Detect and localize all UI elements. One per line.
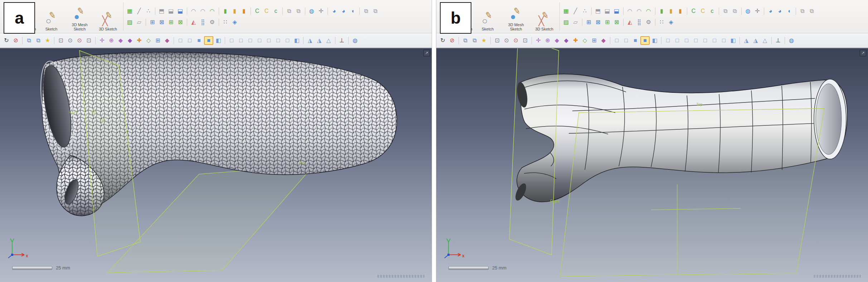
window-icon[interactable]: ⧉ <box>362 7 370 15</box>
pan-icon[interactable]: ✛ <box>98 36 106 45</box>
boolean-icon[interactable]: ⧉ <box>285 7 294 15</box>
display-mode7-icon[interactable]: □ <box>283 36 292 45</box>
add-body-blue-icon[interactable]: ⊞ <box>148 18 157 27</box>
display-mode4-icon[interactable]: □ <box>692 36 700 45</box>
dome-icon[interactable]: ◠ <box>635 7 644 15</box>
view-iso4-icon[interactable]: ◆ <box>599 36 608 45</box>
display-mode8-icon[interactable]: ◧ <box>729 36 737 45</box>
smooth-sphere-icon[interactable]: ◕ <box>766 7 775 15</box>
display-mode1-icon[interactable]: □ <box>227 36 236 45</box>
surface-grid-icon[interactable]: ▦ <box>126 7 134 15</box>
star-capture-icon[interactable]: ★ <box>480 36 488 45</box>
zoom-previous-icon[interactable]: ⊙ <box>511 36 520 45</box>
remove-body-blue-icon[interactable]: ⊠ <box>157 18 166 27</box>
mirror-icon[interactable]: ◭ <box>189 18 198 27</box>
zoom-icon[interactable]: ⊙ <box>66 36 74 45</box>
rotate-view-icon[interactable]: ↻ <box>2 36 11 45</box>
display-shaded-icon[interactable]: ■ <box>195 36 203 45</box>
viewport-a[interactable]: Top Right ↗ x 25 mm <box>0 48 432 282</box>
top-reference-plane[interactable] <box>560 108 824 276</box>
display-shaded-edges-icon[interactable]: ■ <box>640 36 650 45</box>
plane-grid-icon[interactable]: ▨ <box>126 18 134 27</box>
sweep-icon[interactable]: ⬓ <box>176 7 185 15</box>
display-mode5-icon[interactable]: □ <box>265 36 273 45</box>
transform-icon[interactable]: ✛ <box>753 7 762 15</box>
mirror-icon[interactable]: ◭ <box>626 18 634 27</box>
edit-sphere-icon[interactable]: ◍ <box>307 7 316 15</box>
fit-surface-icon[interactable]: ◠ <box>208 7 217 15</box>
pattern-grid-icon[interactable]: ⣿ <box>635 18 644 27</box>
revolve-icon[interactable]: ⬓ <box>603 7 612 15</box>
fit-surface-icon[interactable]: ◠ <box>644 7 653 15</box>
copy-stack-icon[interactable]: ⧉ <box>25 36 33 45</box>
selection-filter-icon[interactable]: ∷ <box>221 18 230 27</box>
view-iso2-icon[interactable]: ◆ <box>126 36 134 45</box>
view-iso2-icon[interactable]: ◆ <box>562 36 571 45</box>
view-iso1-icon[interactable]: ◆ <box>116 36 125 45</box>
loft-icon[interactable]: ◠ <box>626 7 634 15</box>
add-body-blue-icon[interactable]: ⊞ <box>585 18 593 27</box>
display-wire2-icon[interactable]: □ <box>185 36 194 45</box>
gear-icon[interactable]: ⚙ <box>208 18 217 27</box>
curve-yellow-icon[interactable]: C <box>699 7 707 15</box>
display-mode3-icon[interactable]: □ <box>246 36 254 45</box>
extrude-icon[interactable]: ⬒ <box>157 7 166 15</box>
add-body-green-icon[interactable]: ⊞ <box>603 18 612 27</box>
expand-icon[interactable]: ↗ <box>860 50 866 56</box>
orbit-icon[interactable]: ⊕ <box>107 36 116 45</box>
display-shaded-edges-icon[interactable]: ■ <box>204 36 213 45</box>
pan-icon[interactable]: ✛ <box>534 36 543 45</box>
curve-green-icon[interactable]: C <box>689 7 698 15</box>
display-wire1-icon[interactable]: □ <box>176 36 185 45</box>
remove-body-blue-icon[interactable]: ⊠ <box>594 18 602 27</box>
world-view-icon[interactable]: ◍ <box>351 36 359 45</box>
mesh-display1-icon[interactable]: ◮ <box>742 36 751 45</box>
display-mode8-icon[interactable]: ◧ <box>292 36 301 45</box>
orientation-icon[interactable]: ◈ <box>667 18 675 27</box>
display-mode6-icon[interactable]: □ <box>710 36 719 45</box>
revolve-icon[interactable]: ⬓ <box>167 7 175 15</box>
mesh-display2-icon[interactable]: ◮ <box>315 36 324 45</box>
display-hidden-icon[interactable]: ◧ <box>214 36 223 45</box>
pattern-grid-icon[interactable]: ⣿ <box>199 18 207 27</box>
window-icon[interactable]: ⧉ <box>798 7 807 15</box>
sheet-flip-icon[interactable]: ▱ <box>135 18 144 27</box>
display-mode4-icon[interactable]: □ <box>255 36 264 45</box>
mesh-display3-icon[interactable]: △ <box>324 36 333 45</box>
cone-orange-icon[interactable]: ▮ <box>676 7 685 15</box>
surface-grid-icon[interactable]: ▦ <box>562 7 571 15</box>
display-wire1-icon[interactable]: □ <box>612 36 621 45</box>
mesh-display1-icon[interactable]: ◮ <box>306 36 314 45</box>
shell-icon[interactable]: ◖ <box>785 7 794 15</box>
remove-body-green-icon[interactable]: ⊠ <box>176 18 185 27</box>
zoom-fit-icon[interactable]: ⊡ <box>84 36 93 45</box>
sheet-flip-icon[interactable]: ▱ <box>571 18 580 27</box>
view-normal-icon[interactable]: ⊞ <box>154 36 162 45</box>
star-capture-icon[interactable]: ★ <box>43 36 52 45</box>
extrude-icon[interactable]: ⬒ <box>594 7 602 15</box>
gear-icon[interactable]: ⚙ <box>644 18 653 27</box>
add-body-green-icon[interactable]: ⊞ <box>167 18 175 27</box>
view-plus-icon[interactable]: ✚ <box>135 36 144 45</box>
optimize-sphere-icon[interactable]: ◕ <box>339 7 348 15</box>
boolean-cut-icon[interactable]: ⧉ <box>294 7 303 15</box>
zoom-previous-icon[interactable]: ⊙ <box>75 36 84 45</box>
copy-stack-icon[interactable]: ⧉ <box>461 36 470 45</box>
3d-sketch-button[interactable]: ╳✎3D Sketch <box>532 0 557 33</box>
sketch-button[interactable]: ○✎Sketch <box>39 0 64 33</box>
datum-tree-icon[interactable]: ⊥ <box>338 36 346 45</box>
display-mode1-icon[interactable]: □ <box>664 36 672 45</box>
zoom-window-icon[interactable]: ⊡ <box>493 36 501 45</box>
curve-detect-icon[interactable]: c <box>272 7 280 15</box>
sweep-icon[interactable]: ⬓ <box>612 7 621 15</box>
stop-icon[interactable]: ⊘ <box>448 36 456 45</box>
view-iso3-icon[interactable]: ◇ <box>581 36 589 45</box>
zoom-fit-icon[interactable]: ⊡ <box>521 36 529 45</box>
display-wire2-icon[interactable]: □ <box>622 36 630 45</box>
orientation-icon[interactable]: ◈ <box>231 18 239 27</box>
stop-icon[interactable]: ⊘ <box>11 36 20 45</box>
expand-icon[interactable]: ↗ <box>423 50 430 56</box>
display-hidden-icon[interactable]: ◧ <box>650 36 659 45</box>
right-reference-plane[interactable] <box>509 48 559 255</box>
mesh-display2-icon[interactable]: ◮ <box>751 36 760 45</box>
